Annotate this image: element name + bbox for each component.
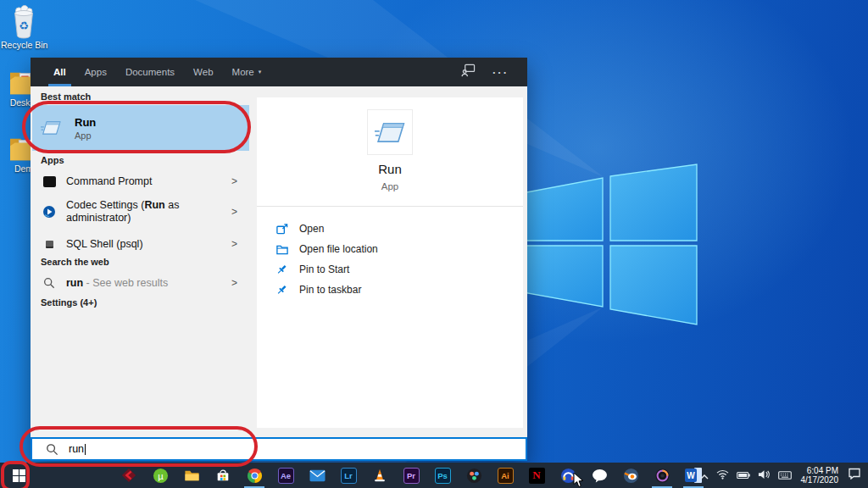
- tab-apps[interactable]: Apps: [79, 58, 113, 86]
- file-explorer-icon[interactable]: [183, 467, 200, 484]
- pin-icon: [275, 284, 289, 297]
- system-tray: 6:04 PM 4/17/2020: [700, 463, 868, 488]
- windows-desktop: ♻ Recycle Bin Deskto Dem All Apps Docume…: [0, 0, 868, 488]
- chevron-right-icon[interactable]: >: [231, 206, 237, 218]
- desktop-icon-recycle-bin[interactable]: ♻ Recycle Bin: [1, 5, 47, 50]
- chevron-right-icon[interactable]: >: [231, 277, 237, 289]
- run-app-icon-box: [367, 109, 413, 155]
- recycle-bin-icon: ♻: [8, 5, 40, 39]
- show-hidden-icons-chevron[interactable]: [700, 468, 709, 483]
- search-icon: [41, 277, 58, 289]
- feedback-icon[interactable]: [461, 64, 476, 80]
- annotation-circle-search-box: [19, 426, 258, 467]
- action-open[interactable]: Open: [257, 219, 523, 239]
- wifi-icon[interactable]: [716, 468, 729, 483]
- chevron-right-icon[interactable]: >: [231, 175, 237, 187]
- codec-settings-icon: [41, 205, 58, 219]
- tab-more[interactable]: More▾: [226, 58, 268, 86]
- vlc-icon[interactable]: [371, 467, 388, 484]
- result-sql-shell[interactable]: SQL Shell (psql) >: [32, 232, 249, 256]
- command-prompt-icon: [41, 176, 58, 187]
- pin-icon: [275, 263, 289, 276]
- svg-text:♻: ♻: [19, 19, 29, 32]
- folder-icon: [275, 243, 289, 256]
- action-center-icon[interactable]: [848, 468, 861, 483]
- touch-keyboard-icon[interactable]: [778, 468, 792, 483]
- annotation-circle-best-match: [22, 101, 251, 153]
- tray-time: 6:04 PM: [807, 466, 838, 475]
- action-open-file-location[interactable]: Open file location: [257, 239, 523, 259]
- result-command-prompt[interactable]: Command Prompt >: [32, 169, 249, 193]
- chevron-right-icon[interactable]: >: [231, 238, 237, 250]
- mail-icon[interactable]: [309, 467, 326, 484]
- after-effects-icon[interactable]: Ae: [277, 467, 294, 484]
- tab-all[interactable]: All: [47, 58, 72, 86]
- more-options-ellipsis-icon[interactable]: ···: [492, 66, 509, 79]
- svg-text:µ: µ: [158, 470, 164, 480]
- action-pin-to-taskbar[interactable]: Pin to taskbar: [257, 280, 523, 300]
- red-app-icon[interactable]: [120, 467, 137, 484]
- run-app-icon: [375, 121, 405, 144]
- tray-date: 4/17/2020: [801, 475, 839, 485]
- utorrent-icon[interactable]: µ: [152, 467, 169, 484]
- ring-app-icon[interactable]: [654, 467, 670, 484]
- photoshop-icon[interactable]: Ps: [434, 467, 451, 484]
- blender-icon[interactable]: [622, 467, 639, 484]
- annotation-circle-start-button: [1, 461, 30, 488]
- result-web-run[interactable]: run - See web results >: [32, 271, 249, 295]
- chat-app-icon[interactable]: [591, 467, 608, 484]
- netflix-icon[interactable]: N: [528, 467, 545, 484]
- chevron-down-icon: ▾: [259, 69, 262, 75]
- chrome-icon[interactable]: [246, 467, 263, 484]
- desktop-icon-label: Recycle Bin: [1, 40, 47, 50]
- detail-app-title: Run: [257, 162, 523, 176]
- clock[interactable]: 6:04 PM 4/17/2020: [801, 466, 839, 485]
- lightroom-icon[interactable]: Lr: [340, 467, 357, 484]
- search-tabs-header: All Apps Documents Web More▾ ···: [31, 58, 527, 86]
- mouse-cursor: [573, 472, 584, 488]
- search-web-section-label: Search the web: [41, 257, 109, 267]
- apps-section-label: Apps: [41, 155, 64, 165]
- tab-documents[interactable]: Documents: [120, 58, 181, 86]
- microsoft-store-icon[interactable]: [214, 467, 231, 484]
- premiere-icon[interactable]: Pr: [403, 467, 420, 484]
- volume-icon[interactable]: [758, 468, 771, 483]
- davinci-resolve-icon[interactable]: [465, 467, 482, 484]
- open-icon: [275, 223, 289, 236]
- tab-web[interactable]: Web: [187, 58, 219, 86]
- run-app-detail-panel: Run App Open O: [257, 97, 523, 428]
- sql-shell-icon: [41, 241, 58, 248]
- detail-actions: Open Open file location: [257, 206, 523, 300]
- detail-app-subtitle: App: [257, 181, 523, 191]
- battery-icon[interactable]: [737, 468, 750, 483]
- illustrator-icon[interactable]: Ai: [497, 467, 514, 484]
- action-pin-to-start[interactable]: Pin to Start: [257, 259, 523, 280]
- settings-section-label: Settings (4+): [41, 297, 97, 308]
- result-codec-settings[interactable]: Codec Settings (Run as administrator) >: [32, 193, 249, 230]
